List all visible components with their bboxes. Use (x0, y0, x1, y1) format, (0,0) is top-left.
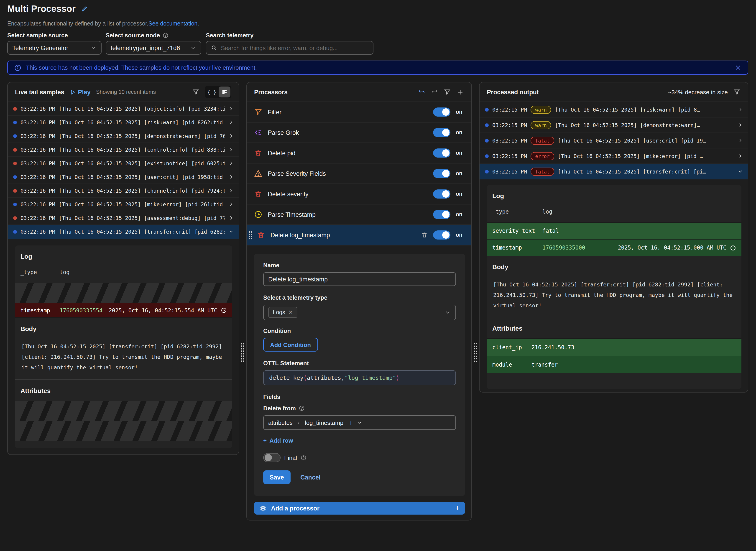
view-toggle-group: { } (205, 86, 231, 98)
processor-row[interactable]: Filter on (247, 102, 471, 122)
severity-dot (485, 139, 489, 142)
filter-icon[interactable] (733, 88, 741, 96)
log-row[interactable]: 03:22:16 PM[Thu Oct 16 04:52:15 2025] [a… (8, 211, 239, 225)
log-row[interactable]: 03:22:16 PM[Thu Oct 16 04:52:15 2025] [r… (8, 116, 239, 129)
panel-resize-handle[interactable] (240, 343, 244, 363)
chevron-right-icon (737, 106, 743, 112)
toggle-state-label: on (456, 211, 464, 218)
output-row[interactable]: 03:22:15 PMwarn[Thu Oct 16 04:52:15 2025… (480, 102, 748, 117)
delete-from-select[interactable]: attributes log_timestamp + (263, 415, 456, 430)
processors-title: Processors (254, 89, 287, 95)
chevron-right-icon (228, 174, 234, 180)
source-node-select[interactable]: telemetrygen_input_71d6 (106, 41, 201, 55)
live-tail-panel: Live tail samples Play Showing 10 recent… (7, 82, 239, 455)
filter-icon[interactable] (444, 88, 451, 96)
severity-row-added: severity_text fatal (487, 222, 741, 239)
page-title-text: Multi Processor (7, 4, 76, 14)
severity-dot (13, 230, 17, 233)
processor-toggle[interactable] (433, 148, 451, 157)
timestamp-row-removed: timestamp 1760590335554 2025, Oct 16, 04… (15, 303, 232, 318)
add-row-button[interactable]: +Add row (263, 437, 456, 444)
output-row[interactable]: 03:22:15 PMfatal[Thu Oct 16 04:52:15 202… (480, 133, 748, 148)
chevron-right-icon (228, 119, 234, 125)
chevron-right-icon (737, 122, 743, 128)
edit-title-icon[interactable] (81, 5, 88, 12)
log-row[interactable]: 03:22:16 PM[Thu Oct 16 04:52:15 2025] [m… (8, 198, 239, 211)
severity-dot (485, 123, 489, 127)
multi-processor-page: Multi Processor Encapsulates functionali… (0, 0, 756, 551)
processor-toggle[interactable] (433, 189, 451, 198)
processor-toggle[interactable] (433, 107, 451, 117)
panel-resize-handle[interactable] (474, 343, 478, 363)
logs-chip: Logs✕ (268, 307, 297, 318)
remove-chip-icon[interactable]: ✕ (288, 309, 293, 316)
log-row[interactable]: 03:22:16 PM[Thu Oct 16 04:52:15 2025] [e… (8, 157, 239, 170)
attributes-heading: Attributes (15, 380, 232, 401)
processor-row[interactable]: Delete severity on (247, 184, 471, 204)
sample-source-select[interactable]: Telemetry Generator (7, 41, 102, 55)
add-path-icon[interactable]: + (349, 419, 353, 427)
add-icon[interactable] (456, 88, 464, 96)
severity-badge: warn (531, 105, 551, 114)
processor-row-selected[interactable]: Delete log_timestamp on (247, 225, 471, 245)
toggle-state-label: on (456, 170, 464, 177)
processor-row[interactable]: Parse Grok on (247, 122, 471, 143)
body-text: [Thu Oct 16 04:52:15 2025] [transfer:cri… (487, 277, 741, 318)
list-view-toggle[interactable] (219, 86, 230, 97)
processor-row[interactable]: Delete pid on (247, 143, 471, 163)
json-view-toggle[interactable]: { } (206, 86, 218, 97)
log-row-selected[interactable]: 03:22:16 PM[Thu Oct 16 04:52:15 2025] [t… (8, 225, 239, 238)
filter-icon[interactable] (192, 88, 199, 96)
name-label: Name (263, 262, 456, 269)
telemetry-type-select[interactable]: Logs✕ (263, 305, 456, 320)
processor-toggle[interactable] (433, 128, 451, 137)
warning-icon (254, 169, 262, 177)
ottl-statement-code[interactable]: delete_key(attributes, "log_timestamp") (263, 370, 456, 385)
name-input[interactable] (263, 272, 456, 286)
help-icon (163, 32, 168, 38)
close-icon[interactable] (735, 64, 741, 71)
output-row[interactable]: 03:22:15 PMerror[Thu Oct 16 04:52:15 202… (480, 148, 748, 164)
undo-icon[interactable] (418, 88, 426, 96)
processor-row[interactable]: Parse Severity Fields on (247, 163, 471, 184)
see-documentation-link[interactable]: See documentation. (148, 20, 199, 27)
chevron-right-icon (737, 137, 743, 143)
chevron-down-icon (445, 309, 451, 316)
add-condition-button[interactable]: Add Condition (263, 338, 318, 352)
log-heading: Log (487, 185, 741, 206)
showing-count: Showing 10 recent items (96, 89, 156, 95)
chevron-down-icon (90, 45, 97, 51)
add-processor-button[interactable]: Add a processor + (254, 502, 465, 515)
output-row[interactable]: 03:22:15 PMwarn[Thu Oct 16 04:52:15 2025… (480, 117, 748, 133)
output-row-selected[interactable]: 03:22:15 PMfatal[Thu Oct 16 04:52:15 202… (480, 164, 748, 179)
processor-row[interactable]: Parse Timestamp on (247, 204, 471, 225)
drag-handle[interactable] (249, 231, 252, 239)
severity-badge: fatal (531, 167, 554, 175)
cancel-button[interactable]: Cancel (300, 474, 320, 481)
search-telemetry-input[interactable]: Search for things like error, warn, or d… (206, 41, 373, 55)
chevron-down-icon (737, 168, 743, 174)
chevron-right-icon (228, 201, 234, 207)
log-row[interactable]: 03:22:16 PM[Thu Oct 16 04:52:15 2025] [o… (8, 102, 239, 116)
log-row[interactable]: 03:22:16 PM[Thu Oct 16 04:52:15 2025] [c… (8, 143, 239, 157)
processor-toggle[interactable] (433, 169, 451, 178)
final-toggle[interactable] (263, 453, 280, 462)
search-telemetry-label: Search telemetry (206, 32, 254, 39)
save-button[interactable]: Save (263, 470, 290, 484)
severity-dot (13, 216, 17, 220)
clock-icon (730, 245, 736, 251)
trash-icon (254, 190, 262, 198)
help-icon (298, 405, 304, 411)
log-row[interactable]: 03:22:16 PM[Thu Oct 16 04:52:15 2025] [u… (8, 170, 239, 184)
log-row[interactable]: 03:22:16 PM[Thu Oct 16 04:52:15 2025] [d… (8, 129, 239, 143)
play-button[interactable]: Play (70, 89, 91, 95)
redo-icon[interactable] (431, 88, 438, 96)
processor-toggle[interactable] (433, 230, 451, 239)
delete-processor-icon[interactable] (421, 232, 428, 238)
description-text: Encapsulates functionality defined by a … (7, 20, 148, 27)
processor-toggle[interactable] (433, 210, 451, 219)
trash-icon (254, 149, 262, 157)
log-row[interactable]: 03:22:16 PM[Thu Oct 16 04:52:15 2025] [c… (8, 184, 239, 198)
severity-dot (485, 154, 489, 158)
path-key: log_timestamp (305, 419, 343, 426)
